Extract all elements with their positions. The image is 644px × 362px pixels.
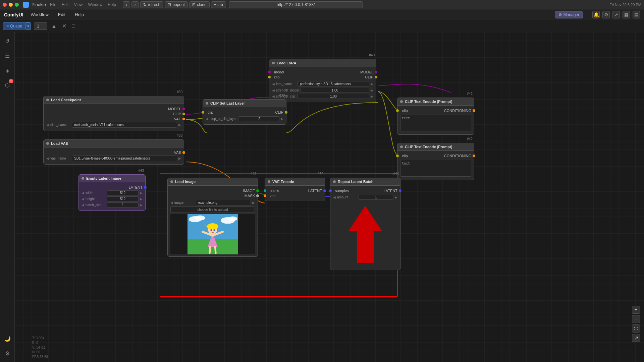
node-id-49: #49 (251, 172, 256, 176)
output-latent: LATENT (82, 185, 143, 189)
port-latent-out[interactable] (144, 186, 147, 189)
port-clip-in-set[interactable] (202, 111, 204, 114)
port-latent-out-repeat[interactable] (399, 189, 401, 192)
port-clip-in[interactable] (268, 76, 271, 78)
node-header-empty-latent[interactable]: Empty Latent Image (79, 175, 145, 182)
queue-count-input[interactable] (34, 22, 47, 30)
panel-icon[interactable]: ▤ (633, 11, 640, 18)
node-id-42: #42 (467, 137, 473, 141)
node-header-load-lora[interactable]: Load LoRA (269, 59, 376, 67)
queue-dropdown[interactable]: ▾ (25, 22, 31, 30)
sidebar-settings[interactable]: ⚙ (3, 349, 12, 358)
queue-up-button[interactable]: ▲ (50, 22, 58, 30)
svg-marker-17 (348, 206, 382, 263)
port-mask-out[interactable] (256, 194, 259, 197)
output-conditioning-41: CONDITIONING (444, 109, 471, 113)
app-title: Pinokio (32, 2, 46, 7)
maximize-button[interactable] (15, 3, 19, 7)
sidebar-moon[interactable]: 🌙 (3, 334, 12, 343)
sidebar-models[interactable]: ⬡ 1 (3, 80, 12, 90)
output-clip: CLIP (46, 112, 181, 116)
port-clip-in-42[interactable] (396, 155, 399, 157)
node-body-load-image: IMAGE MASK ◀ image example.png ▶ choose … (168, 186, 258, 256)
node-load-checkpoint: #30 Load Checkpoint MODEL CLIP VAE ◀ ckp… (43, 96, 184, 131)
port-clip-out-set[interactable] (285, 111, 287, 114)
sidebar-history[interactable]: ↺ (3, 36, 12, 46)
node-header-clip-text-42[interactable]: CLIP Text Encode (Prompt) (397, 143, 474, 151)
manager-button[interactable]: ⚙ Manager (555, 11, 583, 18)
node-header-vae-encode[interactable]: VAE Encode (265, 178, 325, 186)
stat-n: N: 60 (32, 350, 48, 355)
menubar-right-icons: 🔔 ⚙ ↗ ▦ ▤ (592, 11, 640, 18)
node-header-repeat-latent[interactable]: Repeat Latent Batch (330, 178, 400, 186)
clone-button[interactable]: ⊞ clone (189, 1, 210, 8)
port-model-out-lora[interactable] (375, 71, 377, 73)
refresh-button[interactable]: ↻ refresh (140, 1, 163, 8)
canvas-area[interactable]: #30 Load Checkpoint MODEL CLIP VAE ◀ ckp… (15, 32, 644, 362)
sidebar-nodes[interactable]: ◈ (3, 66, 12, 75)
port-image-out[interactable] (256, 189, 259, 192)
node-header-load-image[interactable]: Load Image (168, 178, 258, 186)
stat-fps: FPS:63.69 (32, 355, 48, 359)
node-repeat-latent-batch: #44 Repeat Latent Batch samples LATENT ◀… (330, 178, 400, 270)
url-bar[interactable]: http://127.0.0.1:8188/ (229, 1, 363, 8)
app-icon (23, 2, 29, 8)
close-button[interactable] (3, 3, 7, 7)
port-vae-in-encode[interactable] (264, 194, 266, 197)
param-stop-at-clip: ◀ stop_at_clip_layer -2 ▶ (206, 116, 283, 121)
port-cond-out-42[interactable] (473, 155, 475, 157)
port-clip-out-lora[interactable] (375, 76, 377, 78)
traffic-lights (3, 3, 19, 7)
port-clip-out[interactable] (182, 113, 185, 115)
node-body-clip-set: clip CLIP ◀ stop_at_clip_layer -2 ▶ (203, 107, 286, 124)
port-vae-out-vae[interactable] (182, 151, 185, 154)
share-icon[interactable]: ↗ (612, 11, 620, 18)
file-upload-button[interactable]: choose file to upload (170, 206, 255, 213)
port-model-in[interactable] (268, 71, 271, 73)
svg-point-5 (228, 217, 237, 221)
node-id-38: #38 (177, 134, 182, 137)
columns-icon[interactable]: ▦ (623, 11, 630, 18)
input-vae-encode: vae (268, 194, 279, 198)
node-header-load-vae[interactable]: Load VAE (44, 140, 184, 147)
output-model: MODEL (46, 107, 181, 111)
node-header-clip-text-41[interactable]: CLIP Text Encode (Prompt) (397, 98, 474, 106)
node-load-lora: #40 Load LoRA model clip (269, 59, 376, 102)
zoom-out-button[interactable]: − (632, 315, 640, 323)
back-button[interactable]: ‹ (123, 1, 130, 8)
text-input-41[interactable]: text (400, 115, 471, 131)
port-clip-in-41[interactable] (396, 109, 399, 112)
port-latent-out-encode[interactable] (323, 189, 326, 192)
node-dot (46, 99, 49, 101)
text-input-42[interactable]: text (400, 160, 471, 177)
port-latent-in-repeat[interactable] (329, 189, 332, 192)
node-header-clip-set[interactable]: CLIP Set Last Layer (203, 100, 286, 107)
settings-icon[interactable]: ⚙ (602, 11, 610, 18)
stat-t: T: 0.00s (32, 336, 48, 341)
menu-edit[interactable]: Edit (56, 11, 67, 18)
node-body-load-checkpoint: MODEL CLIP VAE ◀ ckpt_name meinamix_mein… (44, 104, 184, 131)
zoom-in-button[interactable]: + (632, 306, 640, 314)
port-vae-out[interactable] (182, 118, 185, 120)
node-load-vae: #38 Load VAE VAE ◀ vae_name SD1.5/vae-ft… (43, 139, 184, 165)
minimize-button[interactable] (9, 3, 13, 7)
clear-button[interactable]: □ (70, 22, 76, 30)
port-model-out[interactable] (182, 108, 185, 110)
forward-button[interactable]: › (131, 1, 139, 8)
param-width: ◀ width 512 ▶ (82, 190, 143, 195)
menu-help[interactable]: Help (73, 11, 86, 18)
node-dot-41 (400, 100, 403, 103)
popout-button[interactable]: ⊡ popout (165, 1, 188, 8)
node-header-load-checkpoint[interactable]: Load Checkpoint (44, 96, 184, 104)
fit-view-button[interactable]: ⛶ (632, 324, 640, 333)
port-cond-out-41[interactable] (473, 109, 475, 112)
port-pixels-in[interactable] (264, 189, 266, 192)
menu-workflow[interactable]: Workflow (29, 11, 51, 18)
node-id-43: #43 (138, 169, 144, 172)
queue-button[interactable]: ≡ Queue (3, 22, 25, 30)
share-button[interactable]: ↗ (632, 334, 640, 342)
new-tab-button[interactable]: + tab (211, 1, 226, 8)
sidebar-list[interactable]: ☰ (3, 51, 12, 60)
cancel-button[interactable]: ✕ (61, 22, 68, 30)
bell-icon[interactable]: 🔔 (592, 11, 600, 18)
